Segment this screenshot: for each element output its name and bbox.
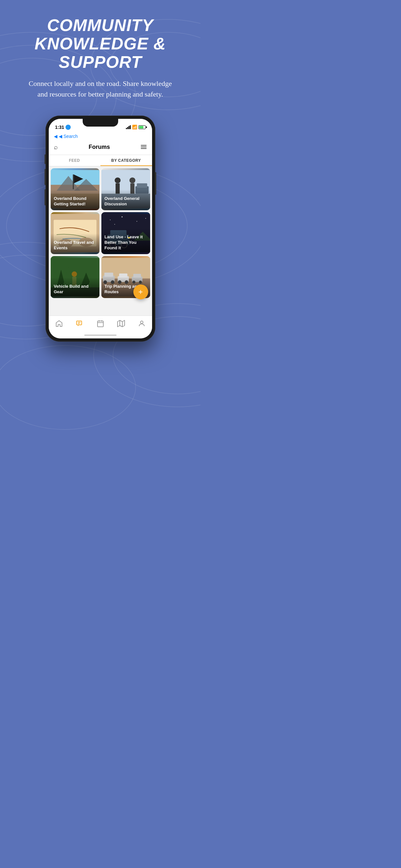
svg-point-11 bbox=[0, 345, 135, 430]
back-label: ◀ Search bbox=[59, 134, 78, 139]
app-header: ⌕ Forums bbox=[49, 141, 152, 155]
plus-icon: + bbox=[138, 287, 143, 297]
category-card-land-use[interactable]: Land Use - Leave it Better Than You Foun… bbox=[101, 212, 150, 254]
nav-item-events[interactable] bbox=[94, 318, 107, 329]
battery-fill bbox=[139, 126, 144, 128]
back-arrow-icon: ◀ bbox=[54, 134, 58, 139]
svg-rect-61 bbox=[119, 274, 127, 277]
volume-down-button bbox=[44, 189, 45, 206]
category-grid: Overland Bound Getting Started! bbox=[49, 166, 152, 315]
svg-rect-65 bbox=[133, 274, 141, 277]
svg-rect-71 bbox=[97, 321, 103, 327]
category-card-travel-events[interactable]: Overland Travel and Events bbox=[51, 212, 99, 254]
power-button bbox=[155, 172, 156, 195]
phone-screen: 1:31 📶 ◀ bbox=[49, 119, 152, 338]
card-overlay-1: Overland Bound Getting Started! bbox=[51, 190, 99, 210]
menu-icon[interactable] bbox=[141, 145, 147, 149]
home-indicator bbox=[49, 333, 152, 338]
home-bar bbox=[84, 335, 117, 336]
svg-point-24 bbox=[129, 177, 135, 183]
svg-point-35 bbox=[136, 221, 137, 221]
compass-icon bbox=[66, 125, 71, 130]
time-display: 1:31 bbox=[55, 125, 64, 130]
hero-title: COMMUNITY KNOWLEDGE & SUPPORT bbox=[13, 16, 188, 72]
calendar-icon bbox=[96, 320, 104, 328]
svg-point-36 bbox=[145, 218, 146, 219]
svg-point-37 bbox=[114, 224, 115, 224]
svg-point-49 bbox=[71, 271, 76, 276]
menu-line-1 bbox=[141, 145, 147, 146]
signal-icon bbox=[126, 125, 131, 129]
card-title-5: Vehicle Build and Gear bbox=[54, 284, 96, 295]
category-card-vehicle-build[interactable]: Vehicle Build and Gear bbox=[51, 256, 99, 298]
card-title-4: Land Use - Leave it Better Than You Foun… bbox=[104, 235, 147, 251]
category-card-general[interactable]: Overland General Discussion bbox=[101, 168, 150, 210]
nav-item-profile[interactable] bbox=[135, 318, 148, 329]
tab-by-category[interactable]: BY CATEGORY bbox=[100, 155, 152, 166]
back-navigation[interactable]: ◀ ◀ Search bbox=[49, 133, 152, 141]
hero-subtitle: Connect locally and on the road. Share k… bbox=[23, 78, 178, 99]
svg-rect-17 bbox=[73, 175, 73, 189]
card-overlay-2: Overland General Discussion bbox=[101, 190, 150, 210]
menu-line-2 bbox=[141, 147, 147, 147]
map-icon bbox=[117, 320, 125, 328]
nav-item-forums[interactable] bbox=[73, 318, 86, 329]
svg-rect-27 bbox=[136, 183, 147, 188]
battery-icon bbox=[138, 125, 146, 129]
nav-item-map[interactable] bbox=[115, 318, 127, 329]
svg-marker-75 bbox=[118, 320, 125, 327]
status-icons: 📶 bbox=[126, 125, 146, 129]
svg-point-78 bbox=[141, 321, 143, 323]
home-icon bbox=[55, 320, 63, 328]
nav-item-home[interactable] bbox=[53, 318, 66, 329]
card-title-1: Overland Bound Getting Started! bbox=[54, 196, 96, 207]
wifi-icon: 📶 bbox=[132, 125, 137, 129]
forums-title: Forums bbox=[89, 144, 110, 151]
svg-point-34 bbox=[121, 216, 122, 217]
bottom-navigation bbox=[49, 315, 152, 333]
category-card-getting-started[interactable]: Overland Bound Getting Started! bbox=[51, 168, 99, 210]
menu-line-3 bbox=[141, 148, 147, 149]
mute-button bbox=[44, 154, 45, 164]
by-category-tab-label: BY CATEGORY bbox=[112, 158, 141, 163]
svg-point-22 bbox=[115, 177, 120, 183]
hero-section: COMMUNITY KNOWLEDGE & SUPPORT Connect lo… bbox=[0, 0, 201, 109]
tab-feed[interactable]: FEED bbox=[49, 155, 100, 166]
card-title-3: Overland Travel and Events bbox=[54, 240, 96, 251]
volume-up-button bbox=[44, 169, 45, 185]
category-tabs: FEED BY CATEGORY bbox=[49, 155, 152, 166]
forums-icon bbox=[76, 320, 84, 328]
svg-rect-68 bbox=[76, 321, 82, 325]
svg-point-33 bbox=[110, 219, 111, 220]
card-overlay-4: Land Use - Leave it Better Than You Foun… bbox=[101, 228, 150, 254]
status-time: 1:31 bbox=[55, 125, 71, 130]
card-overlay-3: Overland Travel and Events bbox=[51, 234, 99, 254]
svg-rect-57 bbox=[104, 273, 113, 277]
search-icon[interactable]: ⌕ bbox=[54, 144, 58, 151]
feed-tab-label: FEED bbox=[69, 158, 80, 163]
profile-icon bbox=[138, 320, 146, 328]
phone-frame: 1:31 📶 ◀ bbox=[45, 116, 155, 342]
phone-notch bbox=[83, 119, 118, 127]
phone-mockup: 1:31 📶 ◀ bbox=[0, 116, 201, 342]
card-overlay-5: Vehicle Build and Gear bbox=[51, 277, 99, 298]
card-title-2: Overland General Discussion bbox=[104, 196, 147, 207]
fab-add-button[interactable]: + bbox=[133, 284, 148, 299]
